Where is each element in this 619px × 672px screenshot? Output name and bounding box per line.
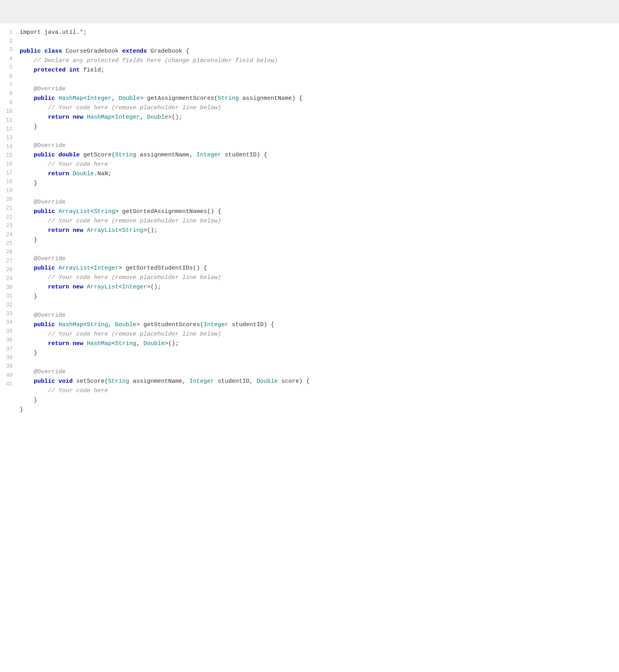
kw-token: public — [34, 265, 55, 272]
code-editor: 1234567891011121314151617181920212223242… — [0, 23, 619, 672]
line-number: 10 — [5, 107, 13, 116]
kw-token: new — [73, 114, 83, 121]
line-number: 18 — [5, 177, 13, 186]
code-line: public ArrayList<String> getSortedAssign… — [20, 207, 619, 217]
kw-token: int — [69, 67, 80, 73]
type-token: ArrayList — [87, 227, 119, 234]
code-line: } — [20, 122, 619, 132]
line-number: 13 — [5, 133, 13, 142]
type-token: Integer — [203, 321, 228, 328]
plain-token: assignmentName, — [136, 152, 196, 158]
line-number: 17 — [5, 169, 13, 177]
type-token: Integer — [122, 284, 147, 290]
line-number: 8 — [5, 89, 13, 98]
comment-token: // Your code here — [48, 161, 108, 168]
line-number: 24 — [5, 230, 13, 239]
plain-token — [69, 227, 73, 234]
code-line: @Override — [20, 367, 619, 377]
plain-token — [83, 227, 87, 234]
comment-token: // Your code here (remove placeholder li… — [48, 105, 221, 111]
plain-token: > getAssignmentScores( — [140, 95, 218, 102]
plain-token — [20, 208, 34, 215]
plain-token — [20, 255, 34, 262]
code-line: } — [20, 396, 619, 405]
line-number: 23 — [5, 221, 13, 230]
plain-token — [20, 369, 34, 375]
file-header — [0, 0, 619, 23]
line-number: 2 — [5, 37, 13, 45]
annotation-token: @Override — [34, 86, 66, 92]
plain-token — [20, 387, 48, 394]
plain-token — [20, 321, 34, 328]
plain-token — [55, 208, 59, 215]
code-line: } — [20, 405, 619, 415]
line-number: 6 — [5, 72, 13, 81]
line-number: 38 — [5, 353, 13, 362]
annotation-token: @Override — [34, 369, 66, 375]
line-number: 27 — [5, 257, 13, 265]
annotation-token: @Override — [34, 312, 66, 319]
type-token: String — [115, 340, 136, 347]
plain-token: } — [20, 180, 37, 187]
kw-token: new — [73, 227, 83, 234]
kw-token: public — [34, 208, 55, 215]
line-number: 7 — [5, 81, 13, 89]
plain-token — [55, 265, 59, 272]
plain-token: Gradebook { — [147, 48, 189, 55]
plain-token: import java.util.*; — [20, 29, 87, 36]
plain-token: } — [20, 350, 37, 356]
plain-token — [83, 114, 87, 121]
line-number: 21 — [5, 204, 13, 212]
plain-token — [69, 114, 73, 121]
plain-token: , — [136, 340, 143, 347]
type-token: String — [108, 378, 129, 385]
plain-token: < — [83, 321, 87, 328]
plain-token: } — [20, 397, 37, 404]
kw-token: public — [34, 321, 55, 328]
line-number: 29 — [5, 274, 13, 283]
type-token: HashMap — [87, 340, 112, 347]
kw-token: extends — [122, 48, 147, 55]
plain-token — [20, 171, 48, 177]
line-number: 35 — [5, 327, 13, 336]
plain-token — [20, 105, 48, 111]
type-token: Integer — [94, 265, 119, 272]
plain-token — [55, 378, 59, 385]
code-content[interactable]: import java.util.*; public class CourseG… — [16, 28, 619, 415]
kw-token: public — [34, 378, 55, 385]
line-number: 26 — [5, 248, 13, 256]
plain-token: < — [112, 114, 115, 121]
code-line: return new ArrayList<Integer>(); — [20, 283, 619, 292]
type-token: String — [218, 95, 239, 102]
kw-token: return — [48, 171, 69, 177]
annotation-token: @Override — [34, 255, 66, 262]
code-line: // Your code here — [20, 160, 619, 169]
plain-token: > getSortedStudentIDs() { — [119, 265, 207, 272]
plain-token: >(); — [147, 284, 161, 290]
plain-token — [20, 161, 48, 168]
line-number: 16 — [5, 160, 13, 168]
plain-token: >(); — [165, 340, 179, 347]
code-line: // Your code here (remove placeholder li… — [20, 103, 619, 113]
type-token: HashMap — [59, 95, 83, 102]
plain-token: < — [119, 284, 122, 290]
code-line: public void setScore(String assignmentNa… — [20, 377, 619, 386]
plain-token: < — [90, 265, 94, 272]
plain-token — [20, 274, 48, 281]
plain-token: studentID) { — [221, 152, 267, 158]
line-number: 5 — [5, 63, 13, 72]
plain-token: } — [20, 293, 37, 300]
line-number: 37 — [5, 345, 13, 353]
kw-token: public — [34, 152, 55, 158]
line-number: 28 — [5, 265, 13, 274]
line-number: 11 — [5, 116, 13, 125]
plain-token: , — [112, 95, 119, 102]
type-token: Double — [119, 95, 140, 102]
plain-token — [83, 340, 87, 347]
code-line — [20, 75, 619, 84]
plain-token — [20, 312, 34, 319]
plain-token: getScore( — [80, 152, 115, 158]
code-line — [20, 301, 619, 311]
line-number: 14 — [5, 142, 13, 151]
code-line: @Override — [20, 198, 619, 207]
